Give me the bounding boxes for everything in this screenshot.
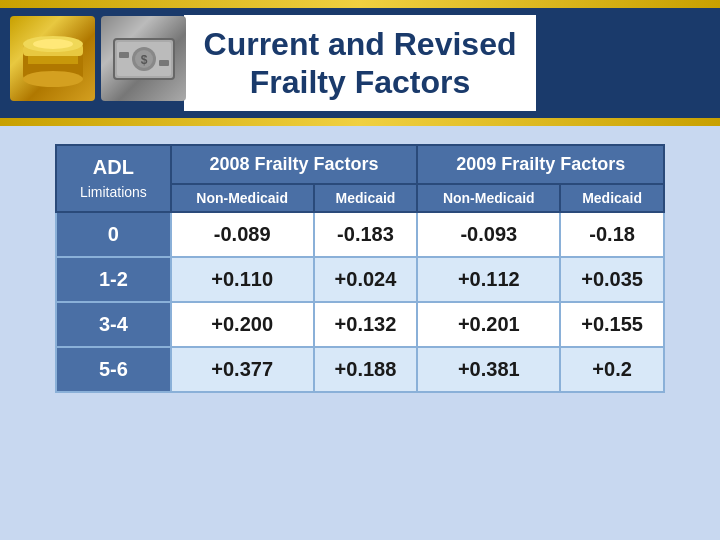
cell-nm_2008: +0.110 [171,257,314,302]
cell-adl: 3-4 [56,302,171,347]
table-row: 5-6+0.377+0.188+0.381+0.2 [56,347,664,392]
cell-m_2009: +0.155 [560,302,664,347]
cell-m_2008: +0.132 [314,302,418,347]
cell-m_2009: +0.035 [560,257,664,302]
gold-bar-top [0,0,720,8]
cell-m_2008: +0.188 [314,347,418,392]
col-header-adl: ADL Limitations [56,145,171,212]
col-header-2008: 2008 Frailty Factors [171,145,418,184]
svg-point-6 [23,71,83,87]
table-container: ADL Limitations 2008 Frailty Factors 200… [55,144,665,393]
table-row: 3-4+0.200+0.132+0.201+0.155 [56,302,664,347]
table-row: 1-2+0.110+0.024+0.112+0.035 [56,257,664,302]
cell-adl: 1-2 [56,257,171,302]
svg-rect-4 [28,56,78,64]
cell-nm_2008: -0.089 [171,212,314,257]
main-content: ADL Limitations 2008 Frailty Factors 200… [0,126,720,540]
cell-nm_2009: -0.093 [417,212,560,257]
svg-rect-13 [119,52,129,58]
image-gold [10,16,95,101]
svg-rect-5 [28,64,78,72]
col-header-non-medicaid-2008: Non-Medicaid [171,184,314,212]
cell-nm_2008: +0.377 [171,347,314,392]
cell-adl: 5-6 [56,347,171,392]
svg-rect-14 [159,60,169,66]
cell-nm_2009: +0.201 [417,302,560,347]
col-header-medicaid-2008: Medicaid [314,184,418,212]
slide: $ Current and Revised Frailty Factors AD… [0,0,720,540]
image-currency: $ [101,16,186,101]
header-images: $ [10,16,186,101]
cell-m_2008: +0.024 [314,257,418,302]
cell-nm_2008: +0.200 [171,302,314,347]
svg-text:$: $ [140,53,147,67]
cell-m_2009: -0.18 [560,212,664,257]
table-row: 0-0.089-0.183-0.093-0.18 [56,212,664,257]
gold-bar-mid [0,118,720,126]
col-header-medicaid-2009: Medicaid [560,184,664,212]
frailty-table: ADL Limitations 2008 Frailty Factors 200… [55,144,665,393]
col-header-non-medicaid-2009: Non-Medicaid [417,184,560,212]
cell-m_2009: +0.2 [560,347,664,392]
svg-point-3 [33,39,73,49]
page-title: Current and Revised Frailty Factors [184,15,537,112]
header: $ Current and Revised Frailty Factors [0,8,720,118]
cell-m_2008: -0.183 [314,212,418,257]
col-header-limitations: Limitations [80,184,147,200]
cell-adl: 0 [56,212,171,257]
cell-nm_2009: +0.381 [417,347,560,392]
cell-nm_2009: +0.112 [417,257,560,302]
col-header-2009: 2009 Frailty Factors [417,145,664,184]
